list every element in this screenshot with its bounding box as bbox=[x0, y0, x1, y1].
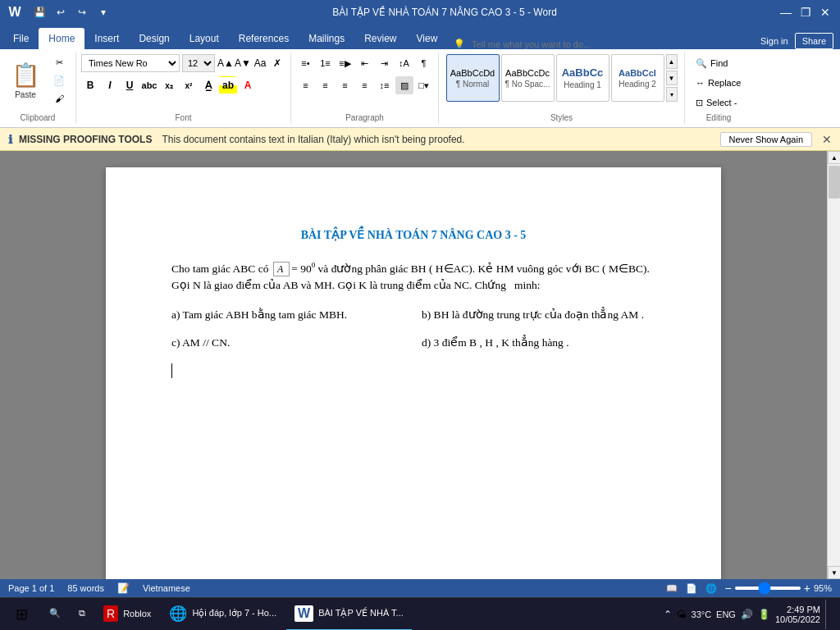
clear-format-btn[interactable]: ✗ bbox=[269, 55, 285, 71]
strikethrough-button[interactable]: abc bbox=[140, 76, 158, 94]
styles-expand[interactable]: ▾ bbox=[666, 87, 678, 102]
line-spacing-button[interactable]: ↕≡ bbox=[376, 76, 394, 94]
style-normal-label: ¶ Normal bbox=[456, 80, 489, 89]
tab-home[interactable]: Home bbox=[39, 28, 84, 49]
find-button[interactable]: 🔍 Find bbox=[690, 54, 747, 72]
style-no-spacing[interactable]: AaBbCcDc ¶ No Spac... bbox=[501, 54, 555, 102]
taskbar-search[interactable]: 🔍 bbox=[41, 598, 69, 631]
up-arrow-icon[interactable]: ⌃ bbox=[664, 609, 672, 620]
tab-design[interactable]: Design bbox=[129, 28, 179, 49]
sort-button[interactable]: ↕A bbox=[395, 54, 413, 72]
web-layout-icon[interactable]: 🌐 bbox=[705, 583, 717, 594]
increase-indent-button[interactable]: ⇥ bbox=[376, 54, 394, 72]
tab-insert[interactable]: Insert bbox=[84, 28, 129, 49]
replace-icon: ↔ bbox=[696, 78, 705, 88]
cut-button[interactable]: ✂ bbox=[48, 54, 71, 71]
language-indicator[interactable]: ENG bbox=[716, 609, 736, 619]
shrink-font-btn[interactable]: A▼ bbox=[235, 55, 251, 71]
decrease-indent-button[interactable]: ⇤ bbox=[356, 54, 374, 72]
subscript-button[interactable]: x₂ bbox=[160, 76, 178, 94]
bullets-button[interactable]: ≡• bbox=[297, 54, 315, 72]
redo-quick-btn[interactable]: ↪ bbox=[74, 5, 90, 20]
copy-button[interactable]: 📄 bbox=[48, 72, 71, 89]
notification-close-button[interactable]: ✕ bbox=[822, 133, 832, 146]
taskbar-roblox[interactable]: R Roblox bbox=[95, 598, 159, 631]
justify-button[interactable]: ≡ bbox=[356, 76, 374, 94]
styles-group-label: Styles bbox=[550, 113, 573, 122]
language-status[interactable]: Vietnamese bbox=[143, 583, 190, 593]
undo-quick-btn[interactable]: ↩ bbox=[52, 5, 69, 20]
start-button[interactable]: ⊞ bbox=[3, 598, 39, 631]
taskbar-word[interactable]: W BÀI TẬP VỀ NHÀ T... bbox=[286, 598, 412, 631]
align-center-button[interactable]: ≡ bbox=[317, 76, 335, 94]
show-paragraph-button[interactable]: ¶ bbox=[415, 54, 433, 72]
close-button[interactable]: ✕ bbox=[817, 4, 833, 21]
borders-button[interactable]: □▾ bbox=[415, 76, 433, 94]
proofing-icon[interactable]: 📝 bbox=[117, 582, 130, 594]
italic-button[interactable]: I bbox=[101, 76, 119, 94]
find-icon: 🔍 bbox=[696, 58, 707, 69]
minimize-button[interactable]: — bbox=[778, 4, 794, 21]
restore-button[interactable]: ❐ bbox=[797, 4, 814, 21]
show-desktop-btn[interactable] bbox=[825, 600, 830, 629]
styles-scroll-up[interactable]: ▲ bbox=[666, 54, 678, 69]
multilevel-button[interactable]: ≡▶ bbox=[336, 54, 354, 72]
read-mode-icon[interactable]: 📖 bbox=[666, 583, 678, 594]
volume-icon[interactable]: 🔊 bbox=[741, 609, 753, 620]
never-show-again-button[interactable]: Never Show Again bbox=[720, 132, 813, 147]
scroll-arrow-up[interactable]: ▲ bbox=[828, 151, 840, 164]
system-clock[interactable]: 2:49 PM 10/05/2022 bbox=[775, 605, 820, 624]
save-quick-btn[interactable]: 💾 bbox=[31, 5, 48, 20]
scroll-arrow-down[interactable]: ▼ bbox=[828, 566, 840, 579]
styles-gallery-container: AaBbCcDd ¶ Normal AaBbCcDc ¶ No Spac... … bbox=[446, 54, 678, 112]
tab-review[interactable]: Review bbox=[354, 28, 406, 49]
paste-button[interactable]: 📋 Paste bbox=[5, 54, 46, 107]
tab-layout[interactable]: Layout bbox=[180, 28, 229, 49]
numbering-button[interactable]: 1≡ bbox=[317, 54, 335, 72]
customize-quick-btn[interactable]: ▾ bbox=[95, 5, 112, 20]
zoom-in-button[interactable]: + bbox=[804, 582, 810, 595]
underline-button[interactable]: U bbox=[121, 76, 139, 94]
align-right-button[interactable]: ≡ bbox=[336, 76, 354, 94]
tab-references[interactable]: References bbox=[229, 28, 299, 49]
print-layout-icon[interactable]: 📄 bbox=[686, 583, 697, 594]
replace-button[interactable]: ↔ Replace bbox=[690, 74, 747, 92]
format-painter-button[interactable]: 🖌 bbox=[48, 90, 71, 107]
share-button[interactable]: Share bbox=[795, 33, 833, 49]
bold-button[interactable]: B bbox=[81, 76, 99, 94]
grow-font-btn[interactable]: A▲ bbox=[217, 55, 234, 71]
notification-icon: ℹ bbox=[8, 133, 12, 146]
tab-mailings[interactable]: Mailings bbox=[299, 28, 354, 49]
taskbar-browser[interactable]: 🌐 Hội đáp, lớp 7 - Ho... bbox=[161, 598, 285, 631]
style-heading1[interactable]: AaBbCc Heading 1 bbox=[556, 54, 609, 102]
styles-scroll-down[interactable]: ▼ bbox=[666, 71, 678, 85]
notification-title: MISSING PROOFING TOOLS bbox=[19, 134, 152, 145]
taskbar-task-view[interactable]: ⧉ bbox=[71, 598, 94, 631]
align-left-button[interactable]: ≡ bbox=[297, 76, 315, 94]
zoom-slider[interactable] bbox=[735, 587, 801, 590]
font-color-button[interactable]: A bbox=[239, 76, 257, 94]
font-group: Times New Ro 12 A▲ A▼ Aa ✗ B I U bbox=[76, 52, 291, 124]
superscript-button[interactable]: x² bbox=[180, 76, 198, 94]
zoom-out-button[interactable]: − bbox=[725, 582, 732, 595]
tab-file[interactable]: File bbox=[3, 28, 39, 49]
select-button[interactable]: ⊡ Select - bbox=[690, 94, 747, 112]
style-heading2[interactable]: AaBbCcI Heading 2 bbox=[611, 54, 664, 102]
text-effects-button[interactable]: A̲ bbox=[199, 76, 217, 94]
highlight-button[interactable]: ab bbox=[219, 76, 237, 94]
doc-problems: a) Tam giác ABH bằng tam giác MBH. b) BH… bbox=[171, 307, 655, 352]
font-name-select[interactable]: Times New Ro bbox=[81, 54, 180, 72]
doc-container: BÀI TẬP VỀ NHÀ TOÁN 7 NÂNG CAO 3 - 5 Cho… bbox=[0, 151, 827, 579]
tell-me-input[interactable] bbox=[472, 39, 636, 49]
find-label: Find bbox=[710, 58, 728, 68]
cursor-line bbox=[171, 363, 655, 378]
font-size-select[interactable]: 12 bbox=[182, 54, 215, 72]
scroll-thumb[interactable] bbox=[829, 166, 840, 199]
doc-page[interactable]: BÀI TẬP VỀ NHÀ TOÁN 7 NÂNG CAO 3 - 5 Cho… bbox=[106, 167, 721, 579]
select-icon: ⊡ bbox=[696, 98, 703, 108]
tab-view[interactable]: View bbox=[407, 28, 448, 49]
signin-button[interactable]: Sign in bbox=[760, 36, 788, 46]
style-normal[interactable]: AaBbCcDd ¶ Normal bbox=[446, 54, 500, 102]
change-case-btn[interactable]: Aa bbox=[252, 55, 268, 71]
shading-button[interactable]: ▨ bbox=[395, 76, 413, 94]
